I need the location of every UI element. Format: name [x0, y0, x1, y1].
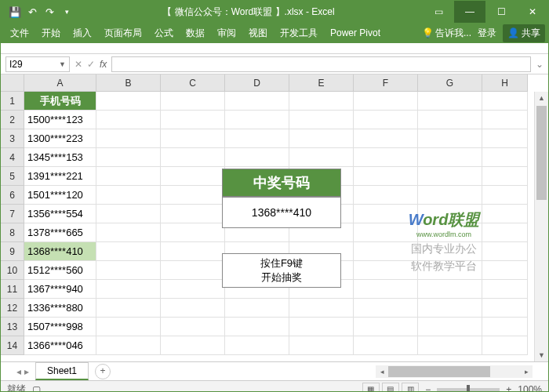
cell[interactable]: 1512****560 — [24, 261, 96, 280]
tab-review[interactable]: 审阅 — [211, 24, 242, 43]
cell[interactable] — [96, 167, 161, 186]
cell[interactable] — [482, 299, 528, 318]
col-header[interactable]: D — [225, 74, 289, 92]
cell[interactable] — [289, 318, 354, 336]
redo-icon[interactable]: ↷ — [42, 4, 57, 20]
cell[interactable] — [354, 167, 418, 186]
cell[interactable] — [418, 299, 482, 318]
cell[interactable] — [482, 186, 528, 205]
cell[interactable] — [96, 299, 161, 318]
cell[interactable] — [225, 186, 289, 205]
cell[interactable] — [96, 186, 161, 205]
cell[interactable] — [482, 148, 528, 167]
enter-formula-icon[interactable]: ✓ — [87, 59, 95, 70]
maximize-button[interactable]: ☐ — [485, 1, 517, 23]
cell[interactable] — [161, 318, 225, 336]
login-button[interactable]: 登录 — [471, 24, 503, 43]
cell[interactable] — [482, 129, 528, 148]
cell[interactable] — [418, 167, 482, 186]
ribbon-options-icon[interactable]: ▭ — [423, 1, 454, 23]
page-layout-view-icon[interactable]: ▤ — [382, 383, 399, 393]
tab-layout[interactable]: 页面布局 — [98, 24, 148, 43]
row-header[interactable]: 14 — [1, 336, 24, 355]
tab-insert[interactable]: 插入 — [67, 24, 98, 43]
cell[interactable] — [354, 280, 418, 299]
cell[interactable] — [96, 111, 161, 129]
cell[interactable] — [354, 111, 418, 129]
cell[interactable] — [289, 242, 354, 261]
cell[interactable]: 手机号码 — [24, 92, 96, 111]
cell[interactable]: 1336****880 — [24, 299, 96, 318]
tab-view[interactable]: 视图 — [242, 24, 274, 43]
cell[interactable] — [289, 205, 354, 223]
close-button[interactable]: ✕ — [517, 1, 548, 23]
col-header[interactable]: B — [96, 74, 161, 92]
cell[interactable] — [418, 148, 482, 167]
scroll-up-icon[interactable]: ▲ — [535, 92, 548, 104]
cell[interactable] — [161, 261, 225, 280]
zoom-level[interactable]: 100% — [518, 384, 542, 393]
cell[interactable] — [482, 167, 528, 186]
cell[interactable] — [289, 129, 354, 148]
cell[interactable] — [482, 318, 528, 336]
zoom-slider[interactable] — [437, 388, 500, 391]
tab-data[interactable]: 数据 — [180, 24, 211, 43]
cell[interactable] — [161, 299, 225, 318]
cell[interactable] — [289, 280, 354, 299]
cell[interactable] — [289, 223, 354, 242]
cell[interactable]: 1356****554 — [24, 205, 96, 223]
cell[interactable] — [225, 111, 289, 129]
fx-icon[interactable]: fx — [100, 59, 107, 70]
cell[interactable] — [289, 261, 354, 280]
cell[interactable] — [482, 92, 528, 111]
cell[interactable] — [225, 318, 289, 336]
col-header[interactable]: H — [482, 74, 528, 92]
sheet-nav-next-icon[interactable]: ▸ — [24, 366, 29, 377]
scroll-right-icon[interactable]: ▸ — [520, 368, 533, 376]
cell[interactable] — [225, 148, 289, 167]
minimize-button[interactable]: — — [454, 1, 485, 23]
cell[interactable]: 1391****221 — [24, 167, 96, 186]
cell[interactable] — [225, 129, 289, 148]
cell[interactable] — [161, 92, 225, 111]
col-header[interactable]: A — [24, 74, 96, 92]
cell[interactable] — [225, 299, 289, 318]
cell[interactable] — [354, 92, 418, 111]
cell[interactable] — [418, 280, 482, 299]
cell[interactable] — [161, 148, 225, 167]
cell[interactable] — [418, 186, 482, 205]
cell[interactable] — [418, 336, 482, 355]
add-sheet-button[interactable]: + — [95, 364, 111, 379]
cell[interactable] — [161, 336, 225, 355]
tab-powerpivot[interactable]: Power Pivot — [324, 24, 387, 42]
share-button[interactable]: 👤共享 — [503, 24, 545, 42]
hscroll-thumb[interactable] — [388, 366, 490, 377]
cell[interactable] — [482, 111, 528, 129]
cell[interactable] — [161, 223, 225, 242]
cell[interactable] — [289, 336, 354, 355]
cell[interactable] — [161, 280, 225, 299]
cell[interactable] — [96, 148, 161, 167]
row-header[interactable]: 9 — [1, 242, 24, 261]
scroll-thumb[interactable] — [536, 106, 547, 200]
cell[interactable]: 1378****665 — [24, 223, 96, 242]
macro-record-icon[interactable]: ▢ — [32, 384, 41, 393]
cell[interactable] — [418, 111, 482, 129]
cell[interactable] — [225, 261, 289, 280]
cell[interactable] — [96, 318, 161, 336]
page-break-view-icon[interactable]: ▥ — [402, 383, 419, 393]
cell[interactable] — [354, 148, 418, 167]
cell[interactable] — [225, 280, 289, 299]
formula-bar[interactable] — [111, 56, 531, 72]
name-box[interactable]: I29▼ — [5, 56, 70, 72]
zoom-in-button[interactable]: + — [506, 384, 511, 393]
cell[interactable] — [225, 336, 289, 355]
row-header[interactable]: 11 — [1, 280, 24, 299]
cell[interactable]: 1507****998 — [24, 318, 96, 336]
cell[interactable]: 1345****153 — [24, 148, 96, 167]
row-header[interactable]: 10 — [1, 261, 24, 280]
cancel-formula-icon[interactable]: ✕ — [75, 59, 82, 70]
cell[interactable] — [418, 92, 482, 111]
cell[interactable] — [161, 167, 225, 186]
qat-dropdown-icon[interactable]: ▾ — [59, 4, 75, 20]
